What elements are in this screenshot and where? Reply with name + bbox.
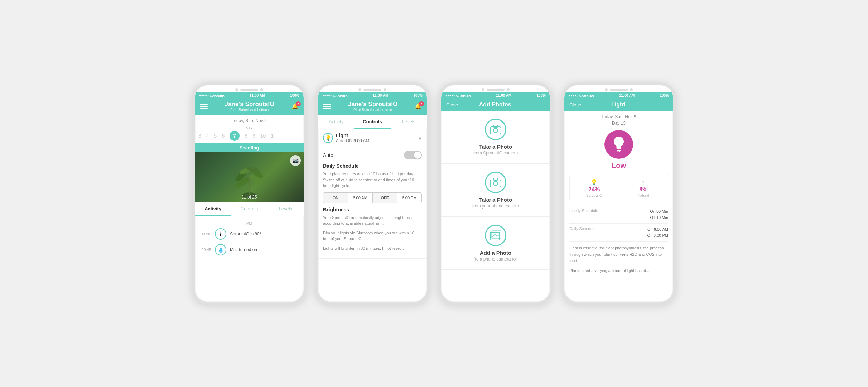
photo-option-2[interactable]: Add a Photo from phone camera roll [441, 217, 550, 270]
light-bulb-circle [604, 130, 633, 159]
tab-controls-1[interactable]: Controls [231, 202, 267, 216]
signal-2: ●●●●○ CARRIER [322, 94, 348, 97]
off-time[interactable]: 6:00 PM [397, 193, 421, 203]
hamburger-icon-2[interactable] [323, 104, 331, 109]
bell-icon-2[interactable]: 🔔 2 [415, 103, 422, 110]
camera-dot-4b [630, 88, 633, 91]
day-10[interactable]: 10 [260, 133, 266, 139]
control-title: Light [336, 133, 369, 138]
brightness-text3: Lights will brighten in 30 minutes. If n… [323, 245, 422, 252]
toggle-label: OFF [415, 154, 420, 157]
day-6[interactable]: 6 [222, 133, 225, 139]
activity-section-1: PM 11:00 🌡 SproutsIO is 80° 09:45 💧 Mist… [195, 216, 304, 302]
hourly-schedule-value: On 50 Min Off 10 Min [650, 209, 668, 220]
svg-rect-13 [493, 178, 498, 180]
light-stat-natural: ✳ 8% Natural [619, 175, 668, 201]
photo-overlay: 21 of 25 [241, 195, 257, 200]
day-3[interactable]: 3 [198, 133, 201, 139]
hamburger-icon-1[interactable] [200, 104, 208, 109]
tab-activity-1[interactable]: Activity [195, 202, 231, 216]
tab-levels-2[interactable]: Levels [391, 115, 427, 129]
photo-option-0[interactable]: Take a Photo from SproutsIO camera [441, 111, 550, 164]
camera-btn-1[interactable]: 📷 [290, 155, 301, 166]
photo-option-title-2: Add a Photo [480, 250, 511, 256]
camera-svg-0 [490, 124, 501, 134]
header-1: Jane's SproutsIO Pirat Butterhead Lettuc… [195, 99, 304, 115]
camera-dot2 [260, 88, 263, 91]
svg-line-17 [495, 234, 497, 236]
light-detail-body: Today, Sun, Nov 9 Day 13 Low 💡 24% Sprou… [564, 111, 673, 302]
day-4[interactable]: 4 [206, 133, 209, 139]
camera-dot [235, 88, 238, 91]
toggle-auto[interactable]: OFF [404, 151, 422, 159]
light-icon-circle: 💡 [323, 133, 333, 143]
on-label: ON [323, 193, 348, 203]
photo-option-icon-1 [485, 172, 506, 193]
day-9[interactable]: 9 [252, 133, 255, 139]
day-8[interactable]: 8 [245, 133, 247, 139]
photo-option-sub-1: from your phone camera [472, 204, 519, 209]
time-2: 11:00 AM [373, 94, 389, 97]
svg-rect-20 [617, 150, 621, 151]
phone-top-bar-4 [564, 85, 673, 92]
bulb-svg [612, 136, 626, 153]
svg-line-18 [497, 235, 499, 236]
photo-option-1[interactable]: Take a Photo from your phone camera [441, 164, 550, 217]
svg-rect-10 [493, 125, 498, 127]
on-time[interactable]: 6:00 AM [348, 193, 373, 203]
tab-levels-1[interactable]: Levels [267, 202, 304, 216]
control-status: Auto ON 6:00 AM [336, 138, 369, 143]
chevron-up-icon[interactable]: ∧ [418, 135, 422, 141]
gallery-svg [490, 230, 501, 240]
tab-controls-2[interactable]: Controls [354, 115, 390, 129]
light-description1: Light is essential for plant photosynthe… [569, 245, 668, 264]
phone-4: ●●●●○ CARRIER 11:00 AM 100% Close Light … [561, 82, 676, 305]
plant-svg [228, 156, 271, 199]
tabs-1: Activity Controls Levels [195, 202, 304, 216]
close-btn-3[interactable]: Close [446, 102, 458, 108]
light-stats: 💡 24% SproutsIO ✳ 8% Natural [569, 175, 668, 201]
day-label: DAY [198, 126, 300, 130]
phone-top-bar-2 [318, 85, 427, 92]
svg-point-9 [493, 128, 498, 133]
date-bar-1: Today, Sun, Nov 9 [195, 115, 304, 126]
day-5[interactable]: 5 [214, 133, 217, 139]
light-stat-sproutsio: 💡 24% SproutsIO [570, 175, 619, 201]
brightness-text1: Your SproutsIO automatically adjusts its… [323, 215, 422, 226]
daily-schedule-label-4: Daily Schedule [569, 226, 595, 238]
status-bar-2: ●●●●○ CARRIER 11:00 AM 100% [318, 92, 427, 99]
sproutsio-label: SproutsIO [586, 194, 602, 197]
light-day: Day 13 [569, 121, 668, 126]
natural-label: Natural [638, 194, 649, 197]
signal-3: ●●●●○ CARRIER [445, 94, 471, 97]
phone-2: ●●●●○ CARRIER 11:00 AM 100% Jane's Sprou… [315, 82, 430, 305]
time-pm-label: PM [200, 221, 299, 225]
camera-dot-3a [482, 88, 484, 91]
activity-time-0: 11:00 [200, 232, 211, 236]
photo-option-title-1: Take a Photo [479, 197, 512, 203]
control-body: Auto OFF Daily Schedule Your plant requi… [318, 147, 427, 259]
auto-label: Auto [323, 152, 333, 158]
light-detail-header: Close Light [564, 99, 673, 111]
close-btn-4[interactable]: Close [569, 102, 581, 108]
add-photos-title: Add Photos [479, 101, 511, 108]
day-1[interactable]: 1 [271, 133, 274, 139]
status-bar-3: ●●●●○ CARRIER 11:00 AM 100% [441, 92, 550, 99]
tab-activity-2[interactable]: Activity [318, 115, 354, 129]
bell-icon-1[interactable]: 🔔 2 [291, 103, 299, 110]
signal-1: ●●●●○ CARRIER [199, 94, 225, 97]
camera-dot-4a [605, 88, 608, 91]
signal-4: ●●●●○ CARRIER [569, 94, 594, 97]
plant-image: 21 of 25 📷 [195, 152, 304, 202]
brightness-title: Brightness [323, 207, 422, 212]
daily-schedule-text: Your plant requires at least 10 hours of… [323, 171, 422, 189]
photo-options: Take a Photo from SproutsIO camera Take … [441, 111, 550, 302]
daily-schedule-title: Daily Schedule [323, 163, 422, 169]
time-1: 11:00 AM [250, 94, 265, 97]
photo-option-icon-0 [485, 119, 506, 140]
status-bar-1: ●●●●○ CARRIER 11:00 AM 100% [195, 92, 304, 99]
photo-option-icon-2 [485, 225, 506, 246]
hourly-schedule-label: Hourly Schedule [569, 209, 598, 220]
battery-3: 100% [536, 94, 546, 97]
day-7[interactable]: 7 [230, 131, 240, 141]
